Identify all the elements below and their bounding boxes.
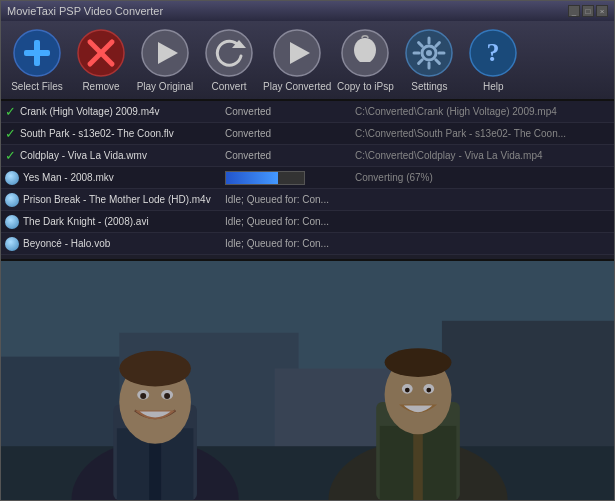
remove-label: Remove	[82, 81, 119, 92]
help-label: Help	[483, 81, 504, 92]
file-name: ✓ South Park - s13e02- The Coon.flv	[5, 126, 225, 141]
path-cell: Converting (67%)	[355, 172, 610, 183]
check-icon: ✓	[5, 126, 16, 141]
status-cell: Converted	[225, 150, 355, 161]
status-cell	[225, 171, 355, 185]
file-name: ✓ Crank (High Voltage) 2009.m4v	[5, 104, 225, 119]
convert-button[interactable]: Convert	[199, 28, 259, 92]
file-name: Beyoncé - Halo.vob	[5, 237, 225, 251]
status-cell: Idle; Queued for: Con...	[225, 238, 355, 249]
pending-icon	[5, 237, 19, 251]
play-original-icon	[140, 28, 190, 78]
remove-icon	[76, 28, 126, 78]
copy-to-ipsp-button[interactable]: Copy to iPsp	[335, 28, 395, 92]
progress-bar	[225, 171, 305, 185]
window-title: MovieTaxi PSP Video Converter	[7, 5, 163, 17]
svg-point-8	[206, 30, 252, 76]
table-row[interactable]: ✓ Coldplay - Viva La Vida.wmv Converted …	[1, 145, 614, 167]
check-icon: ✓	[5, 148, 16, 163]
file-name: Yes Man - 2008.mkv	[5, 171, 225, 185]
maximize-button[interactable]: □	[582, 5, 594, 17]
copy-to-ipsp-icon	[340, 28, 390, 78]
table-row[interactable]: Prison Break - The Mother Lode (HD).m4v …	[1, 189, 614, 211]
pending-icon	[5, 193, 19, 207]
select-files-icon	[12, 28, 62, 78]
help-button[interactable]: ? Help	[463, 28, 523, 92]
select-files-button[interactable]: Select Files	[7, 28, 67, 92]
play-converted-label: Play Converted	[263, 81, 331, 92]
convert-icon	[204, 28, 254, 78]
close-button[interactable]: ×	[596, 5, 608, 17]
preview-image	[1, 261, 614, 500]
svg-point-15	[426, 50, 432, 56]
table-row[interactable]: The Dark Knight - (2008).avi Idle; Queue…	[1, 211, 614, 233]
play-original-button[interactable]: Play Original	[135, 28, 195, 92]
help-icon: ?	[468, 28, 518, 78]
table-row[interactable]: ✓ Crank (High Voltage) 2009.m4v Converte…	[1, 101, 614, 123]
progress-fill	[226, 172, 278, 184]
convert-label: Convert	[211, 81, 246, 92]
main-window: MovieTaxi PSP Video Converter _ □ × Sele…	[0, 0, 615, 501]
svg-text:?: ?	[487, 38, 500, 67]
file-name: ✓ Coldplay - Viva La Vida.wmv	[5, 148, 225, 163]
settings-label: Settings	[411, 81, 447, 92]
select-files-label: Select Files	[11, 81, 63, 92]
pending-icon	[5, 171, 19, 185]
status-cell: Idle; Queued for: Con...	[225, 194, 355, 205]
path-cell: C:\Converted\Crank (High Voltage) 2009.m…	[355, 106, 610, 117]
minimize-button[interactable]: _	[568, 5, 580, 17]
remove-button[interactable]: Remove	[71, 28, 131, 92]
pending-icon	[5, 215, 19, 229]
file-list: ✓ Crank (High Voltage) 2009.m4v Converte…	[1, 101, 614, 261]
table-row[interactable]: ✓ South Park - s13e02- The Coon.flv Conv…	[1, 123, 614, 145]
status-cell: Idle; Queued for: Con...	[225, 216, 355, 227]
play-converted-icon	[272, 28, 322, 78]
file-name: The Dark Knight - (2008).avi	[5, 215, 225, 229]
table-row[interactable]: Beyoncé - Halo.vob Idle; Queued for: Con…	[1, 233, 614, 255]
path-cell: C:\Converted\Coldplay - Viva La Vida.mp4	[355, 150, 610, 161]
title-controls: _ □ ×	[568, 5, 608, 17]
svg-rect-2	[24, 50, 50, 56]
path-cell: C:\Converted\South Park - s13e02- The Co…	[355, 128, 610, 139]
preview-area	[1, 261, 614, 500]
status-cell: Converted	[225, 106, 355, 117]
status-cell: Converted	[225, 128, 355, 139]
settings-icon	[404, 28, 454, 78]
svg-rect-52	[1, 261, 614, 500]
table-row[interactable]: Yes Man - 2008.mkv Converting (67%)	[1, 167, 614, 189]
settings-button[interactable]: Settings	[399, 28, 459, 92]
check-icon: ✓	[5, 104, 16, 119]
play-original-label: Play Original	[137, 81, 194, 92]
toolbar: Select Files Remove Play Original	[1, 21, 614, 101]
title-bar: MovieTaxi PSP Video Converter _ □ ×	[1, 1, 614, 21]
play-converted-button[interactable]: Play Converted	[263, 28, 331, 92]
file-name: Prison Break - The Mother Lode (HD).m4v	[5, 193, 225, 207]
copy-to-ipsp-label: Copy to iPsp	[337, 81, 394, 92]
